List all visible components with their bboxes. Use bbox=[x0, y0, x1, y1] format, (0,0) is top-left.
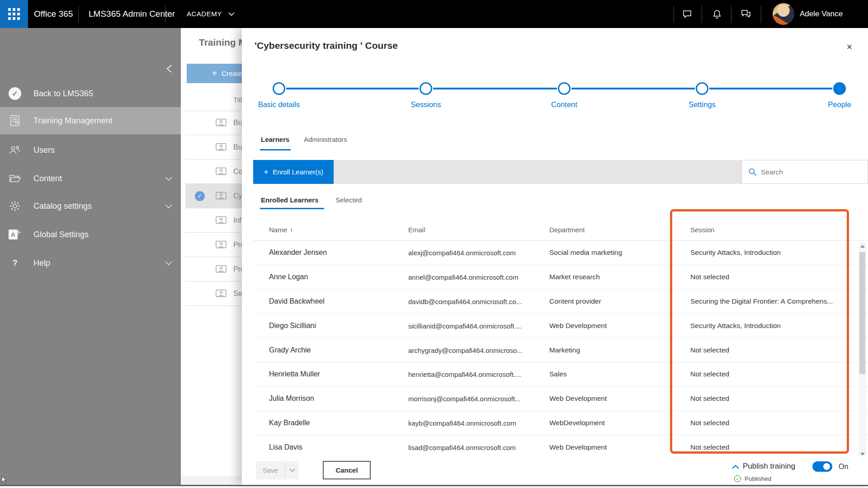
enroll-learners-label: Enroll Learner(s) bbox=[273, 168, 323, 176]
lms365-logo-icon: ✓ bbox=[8, 87, 22, 100]
cell-email: sicillianid@compafi464.onmicrosoft.... bbox=[408, 322, 522, 329]
stepper-connector bbox=[571, 88, 695, 89]
cell-email: alexj@compafi464.onmicrosoft.com bbox=[408, 249, 516, 257]
step-circle-settings[interactable] bbox=[696, 82, 708, 95]
step-circle-sessions[interactable] bbox=[420, 82, 432, 95]
modal-footer: Save Cancel Publish training On ✓ Publis… bbox=[242, 456, 868, 485]
cell-department: Social media marketing bbox=[549, 249, 622, 257]
collapse-sidebar-icon[interactable] bbox=[164, 62, 176, 75]
cell-email: archygrady@compafi464.onmicroso... bbox=[408, 346, 523, 354]
sidebar-item-back-to-lms365[interactable]: ✓ Back to LMS365 bbox=[0, 80, 181, 107]
sidebar-item-label: Catalog settings bbox=[33, 202, 92, 211]
cell-email: lisad@compafi464.onmicrosoft.com bbox=[408, 443, 516, 451]
save-options-chevron[interactable] bbox=[286, 461, 299, 479]
scroll-up-arrow[interactable] bbox=[860, 245, 865, 248]
cell-session: Not selected bbox=[690, 346, 729, 354]
training-type-icon bbox=[216, 265, 226, 273]
cursor-artifact bbox=[1, 476, 8, 485]
chat-icon[interactable] bbox=[682, 9, 693, 19]
cell-session: Not selected bbox=[690, 273, 729, 281]
sidebar-item-help[interactable]: ? Help bbox=[0, 249, 181, 277]
table-row[interactable]: Anne Logan annel@compafi464.onmicrosoft.… bbox=[253, 265, 868, 290]
topbar-divider bbox=[78, 5, 79, 23]
step-label-content[interactable]: Content bbox=[519, 100, 609, 109]
cell-session: Securing the Digital Frontier: A Compreh… bbox=[690, 297, 833, 305]
step-circle-basic-details[interactable] bbox=[273, 82, 285, 95]
training-title: Bu bbox=[233, 143, 242, 151]
table-row[interactable]: Alexander Jensen alexj@compafi464.onmicr… bbox=[253, 241, 868, 265]
tab-learners[interactable]: Learners bbox=[261, 136, 289, 143]
cell-name: Alexander Jensen bbox=[269, 249, 327, 257]
step-label-basic-details[interactable]: Basic details bbox=[234, 100, 324, 109]
cancel-button[interactable]: Cancel bbox=[323, 461, 371, 479]
enroll-learners-button[interactable]: + Enroll Learner(s) bbox=[253, 160, 334, 184]
user-avatar[interactable] bbox=[773, 3, 794, 25]
sidebar-item-global-settings[interactable]: A Global Settings bbox=[0, 221, 181, 248]
feedback-bubbles-icon[interactable] bbox=[741, 9, 751, 19]
subtab-enrolled-learners[interactable]: Enrolled Learners bbox=[261, 196, 319, 204]
cell-email: morrisonj@compafi464.onmicrosoft... bbox=[408, 395, 521, 403]
sidebar-item-training-management[interactable]: Training Management bbox=[0, 107, 181, 134]
toggle-state-label: On bbox=[839, 463, 848, 471]
active-tab-underline bbox=[260, 149, 291, 150]
stepper-connector bbox=[433, 88, 557, 89]
step-circle-content[interactable] bbox=[558, 82, 571, 95]
table-row[interactable]: David Backwheel davidb@compafi464.onmicr… bbox=[253, 290, 868, 314]
cell-name: Anne Logan bbox=[269, 273, 308, 281]
selected-check-icon: ✓ bbox=[195, 191, 205, 201]
sidebar-item-users[interactable]: Users bbox=[0, 136, 181, 164]
horizontal-scrollbar[interactable] bbox=[181, 476, 242, 485]
training-type-icon bbox=[216, 240, 226, 249]
save-button[interactable]: Save bbox=[256, 461, 299, 479]
button-divider bbox=[285, 464, 285, 477]
app-title[interactable]: LMS365 Admin Center bbox=[89, 0, 175, 28]
cell-department: Web Development bbox=[549, 322, 607, 330]
scroll-down-arrow[interactable] bbox=[860, 453, 865, 455]
column-header-name[interactable]: Name↑ bbox=[269, 226, 293, 234]
cell-name: Julia Morrison bbox=[269, 394, 314, 403]
cell-email: kayb@compafi464.onmicrosoft.com bbox=[408, 419, 516, 427]
notifications-bell-icon[interactable] bbox=[712, 9, 722, 19]
step-label-people[interactable]: People bbox=[794, 100, 868, 109]
cell-department: Marketing bbox=[549, 346, 580, 354]
topbar-divider bbox=[731, 5, 731, 23]
user-name[interactable]: Adele Vance bbox=[800, 0, 843, 28]
vertical-scrollbar[interactable] bbox=[859, 242, 866, 458]
close-icon[interactable]: × bbox=[843, 41, 856, 53]
table-row[interactable]: Lisa Davis lisad@compafi464.onmicrosoft.… bbox=[253, 435, 868, 458]
subtab-selected[interactable]: Selected bbox=[335, 196, 362, 204]
brand-office365[interactable]: Office 365 bbox=[34, 0, 73, 28]
step-label-sessions[interactable]: Sessions bbox=[381, 100, 471, 109]
chevron-down-icon[interactable] bbox=[228, 12, 235, 16]
step-circle-people[interactable] bbox=[833, 82, 846, 95]
publish-toggle[interactable] bbox=[812, 461, 832, 472]
chevron-down-icon bbox=[165, 203, 173, 209]
column-header-session[interactable]: Session bbox=[690, 226, 714, 234]
app-launcher-button[interactable] bbox=[0, 0, 28, 28]
training-title: Cy bbox=[233, 192, 242, 200]
topbar-divider bbox=[165, 5, 165, 23]
tenant-selector[interactable]: ACADEMY bbox=[187, 0, 222, 28]
table-row[interactable]: Grady Archie archygrady@compafi464.onmic… bbox=[253, 338, 868, 362]
search-input[interactable] bbox=[761, 160, 865, 183]
step-label-settings[interactable]: Settings bbox=[657, 100, 747, 109]
training-title: Co bbox=[233, 168, 242, 176]
cell-department: WebDevelopment bbox=[549, 419, 605, 427]
stepper-connector bbox=[286, 88, 419, 89]
sidebar-item-content[interactable]: Content bbox=[0, 165, 181, 192]
sidebar-item-catalog-settings[interactable]: Catalog settings bbox=[0, 192, 181, 220]
scrollbar-thumb[interactable] bbox=[859, 252, 865, 374]
chevron-up-icon[interactable] bbox=[731, 465, 740, 469]
waffle-icon bbox=[8, 8, 20, 20]
table-row[interactable]: Henrietta Muller henrietta@compafi464.on… bbox=[253, 362, 868, 387]
column-header-department[interactable]: Department bbox=[549, 226, 585, 234]
table-row[interactable]: Kay Bradelle kayb@compafi464.onmicrosoft… bbox=[253, 411, 868, 436]
table-row[interactable]: Diego Sicilliani sicillianid@compafi464.… bbox=[253, 314, 868, 338]
window-bottom-edge bbox=[0, 485, 868, 486]
course-people-modal: 'Cybersecurity training ' Course × Basic… bbox=[242, 28, 868, 485]
stepper-connector bbox=[709, 88, 832, 89]
cell-session: Security Attacks, Introduction bbox=[690, 249, 781, 257]
column-header-email[interactable]: Email bbox=[408, 226, 425, 234]
table-row[interactable]: Julia Morrison morrisonj@compafi464.onmi… bbox=[253, 387, 868, 411]
tab-administrators[interactable]: Administrators bbox=[304, 136, 347, 143]
